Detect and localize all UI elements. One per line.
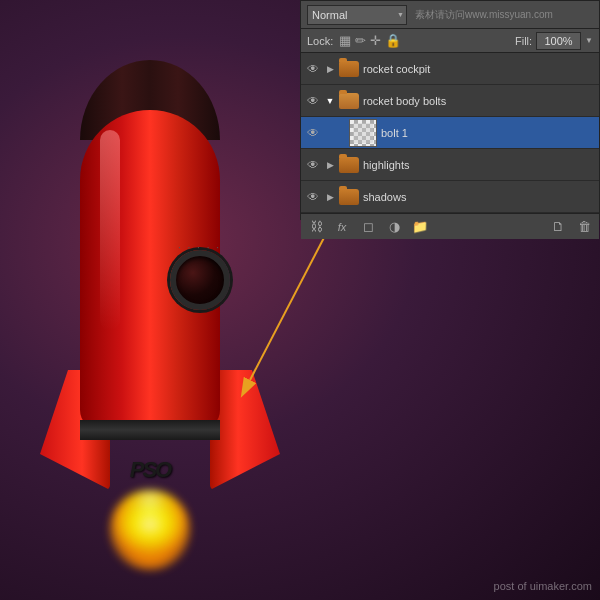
rocket-band [80, 420, 220, 440]
rocket-body [80, 110, 220, 430]
expand-arrow[interactable]: ▶ [325, 64, 335, 74]
folder-icon [339, 189, 359, 205]
trash-icon[interactable]: 🗑 [575, 218, 593, 236]
panel-bottom-toolbar: ⛓ fx ◻ ◑ 📁 🗋 🗑 [301, 213, 599, 239]
layer-row[interactable]: 👁 ▶ highlights [301, 149, 599, 181]
visibility-toggle[interactable]: 👁 [305, 93, 321, 109]
layer-name: rocket cockpit [363, 63, 595, 75]
folder-icon [339, 157, 359, 173]
fill-arrow-icon: ▼ [585, 36, 593, 45]
mask-icon[interactable]: ◻ [359, 218, 377, 236]
expand-arrow[interactable] [335, 128, 345, 138]
new-layer-icon[interactable]: 🗋 [549, 218, 567, 236]
fill-label: Fill: [515, 35, 532, 47]
panel-watermark: 素材请访问www.missyuan.com [415, 8, 553, 22]
lock-move-icon[interactable]: ✛ [370, 33, 381, 48]
link-icon[interactable]: ⛓ [307, 218, 325, 236]
lock-icons: ▦ ✏ ✛ 🔒 [339, 33, 401, 48]
layer-thumbnail [349, 119, 377, 147]
folder-open-icon [339, 93, 359, 109]
blend-mode-select[interactable]: Normal Dissolve Multiply Screen Overlay [307, 5, 407, 25]
lock-brush-icon[interactable]: ✏ [355, 33, 366, 48]
layer-name: highlights [363, 159, 595, 171]
expand-arrow[interactable]: ▶ [325, 160, 335, 170]
visibility-toggle[interactable]: 👁 [305, 61, 321, 77]
layer-name: shadows [363, 191, 595, 203]
watermark: post of uimaker.com [494, 580, 592, 592]
lock-label: Lock: [307, 35, 333, 47]
layer-row[interactable]: 👁 ▼ rocket body bolts [301, 85, 599, 117]
layer-row[interactable]: 👁 ▶ shadows [301, 181, 599, 213]
expand-arrow[interactable]: ▼ [325, 96, 335, 106]
visibility-toggle[interactable]: 👁 [305, 157, 321, 173]
layer-row[interactable]: 👁 bolt 1 [301, 117, 599, 149]
expand-arrow[interactable]: ▶ [325, 192, 335, 202]
fill-wrapper: Fill: 100% ▼ [515, 32, 593, 50]
visibility-toggle[interactable]: 👁 [305, 189, 321, 205]
adjustment-icon[interactable]: ◑ [385, 218, 403, 236]
visibility-toggle[interactable]: 👁 [305, 125, 321, 141]
panel-topbar: Normal Dissolve Multiply Screen Overlay … [301, 1, 599, 29]
lock-checkerboard-icon[interactable]: ▦ [339, 33, 351, 48]
layer-row[interactable]: 👁 ▶ rocket cockpit [301, 53, 599, 85]
rocket-exhaust-glow [115, 500, 185, 550]
folder-icon [339, 61, 359, 77]
layer-name: bolt 1 [381, 127, 595, 139]
layer-name: rocket body bolts [363, 95, 595, 107]
blend-mode-wrapper[interactable]: Normal Dissolve Multiply Screen Overlay [307, 5, 407, 25]
layers-panel: Normal Dissolve Multiply Screen Overlay … [300, 0, 600, 220]
fill-input[interactable]: 100% [536, 32, 581, 50]
lock-row: Lock: ▦ ✏ ✛ 🔒 Fill: 100% ▼ [301, 29, 599, 53]
fx-icon[interactable]: fx [333, 218, 351, 236]
new-folder-icon[interactable]: 📁 [411, 218, 429, 236]
lock-all-icon[interactable]: 🔒 [385, 33, 401, 48]
layers-area: 👁 ▶ rocket cockpit 👁 ▼ rocket body bolts… [301, 53, 599, 213]
